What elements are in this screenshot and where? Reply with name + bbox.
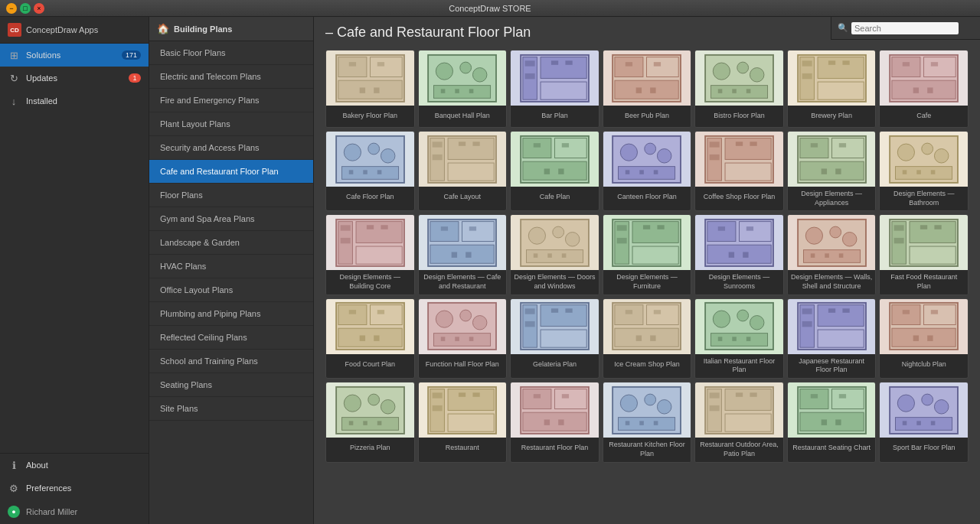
svg-rect-6 [349,62,356,67]
svg-rect-267 [799,389,828,408]
menu-item[interactable]: Plumbing and Piping Plans [149,302,313,326]
search-input[interactable] [851,22,959,34]
minimize-button[interactable]: − [6,3,17,14]
plan-item[interactable]: Design Elements — Bathroom [879,131,969,211]
plan-label: Design Elements — Bathroom [880,187,968,210]
plan-item[interactable]: Function Hall Floor Plan [418,298,508,379]
plan-item[interactable]: Restaurant Floor Plan [510,382,599,462]
plan-item[interactable]: Design Elements — Furniture [603,214,692,295]
plan-thumbnail [603,299,691,354]
plan-thumbnail [419,299,507,354]
svg-rect-165 [910,246,956,264]
plan-item[interactable]: Restaurant Kitchen Floor Plan [603,382,692,462]
plan-item[interactable]: Coffee Shop Floor Plan [694,131,784,211]
sidebar-item-about[interactable]: ℹ About [0,454,149,477]
svg-point-132 [553,226,564,238]
menu-item[interactable]: Plant Layout Plans [149,112,313,136]
plan-item[interactable]: Bakery Floor Plan [325,50,415,128]
menu-item[interactable]: Seating Plans [149,373,313,397]
menu-item[interactable]: Floor Plans [149,184,313,207]
plan-item[interactable]: Fast Food Restaurant Plan [879,214,969,295]
svg-rect-241 [473,392,480,397]
plan-item[interactable]: Bistro Floor Plan [694,50,784,128]
svg-rect-245 [523,412,586,431]
svg-rect-219 [892,305,920,325]
maximize-button[interactable]: □ [20,3,31,14]
svg-rect-95 [710,155,720,160]
plan-item[interactable]: Canteen Floor Plan [603,131,692,211]
updates-label: Updates [26,73,122,83]
plan-item[interactable]: Restaurant Outdoor Area, Patio Plan [694,382,784,462]
plan-item[interactable]: Japanese Restaurant Floor Plan [787,298,877,379]
plan-item[interactable]: Pizzeria Plan [325,382,415,462]
svg-rect-196 [647,305,679,325]
plan-thumbnail [695,215,783,270]
plan-item[interactable]: Design Elements — Building Core [325,214,415,295]
svg-rect-46 [802,60,812,66]
plan-thumbnail [511,382,599,438]
svg-rect-199 [654,310,661,314]
menu-item[interactable]: Office Layout Plans [149,278,313,302]
svg-rect-17 [469,89,474,93]
svg-rect-256 [640,421,645,425]
plan-item[interactable]: Design Elements — Walls, Shell and Struc… [787,214,877,295]
menu-item[interactable]: Gym and Spa Area Plans [149,207,313,231]
menu-item[interactable]: Electric and Telecom Plans [149,65,313,89]
svg-rect-215 [802,321,812,327]
menu-item[interactable]: Fire and Emergency Plans [149,89,313,112]
plan-thumbnail [880,50,968,106]
user-info: ● Richard Miller [0,500,149,524]
svg-rect-217 [842,309,849,314]
plan-item[interactable]: Restaurant [418,382,508,462]
menu-item[interactable]: HVAC Plans [149,255,313,278]
plan-item[interactable]: Design Elements — Doors and Windows [510,214,599,295]
menu-item[interactable]: Site Plans [149,397,313,421]
plan-item[interactable]: Design Elements — Cafe and Restaurant [418,214,508,295]
svg-rect-48 [828,60,835,65]
plan-item[interactable]: Design Elements — Sunrooms [694,214,784,295]
sidebar-item-updates[interactable]: ↻ Updates 1 [0,67,149,90]
svg-rect-28 [647,57,679,76]
sidebar-item-solutions[interactable]: ⊞ Solutions 171 [0,44,149,67]
menu-item[interactable]: School and Training Plans [149,350,313,373]
plan-item[interactable]: Cafe Layout [418,131,508,211]
menu-item[interactable]: Cafe and Restaurant Floor Plan [149,160,313,184]
plan-item[interactable]: Italian Restaurant Floor Plan [694,298,784,379]
plan-label: Design Elements — Walls, Shell and Struc… [788,270,876,294]
svg-rect-281 [931,421,936,425]
plan-item[interactable]: Ice Cream Shop Plan [603,298,692,379]
plan-item[interactable]: Cafe Floor Plan [325,131,415,211]
menu-item[interactable]: Landscape & Garden [149,231,313,255]
menu-item[interactable]: Reflected Ceiling Plans [149,326,313,350]
plan-label: Bistro Floor Plan [695,106,783,127]
plan-item[interactable]: Design Elements — Appliances [787,131,877,211]
svg-rect-264 [736,392,743,397]
svg-rect-223 [931,310,938,314]
svg-rect-80 [544,168,550,174]
plan-item[interactable]: Brewery Plan [787,50,877,128]
menu-item[interactable]: Basic Floor Plans [149,41,313,65]
plan-item[interactable]: Nightclub Plan [879,298,969,379]
plan-item[interactable]: Cafe Plan [510,131,599,211]
plan-item[interactable]: Banquet Hall Plan [418,50,508,128]
plan-item[interactable]: Sport Bar Floor Plan [879,382,969,462]
plan-item[interactable]: Restaurant Seating Chart [787,382,877,462]
svg-point-276 [922,394,933,405]
plan-item[interactable]: Bar Plan [510,50,599,128]
svg-point-204 [737,310,749,321]
menu-item[interactable]: Security and Access Plans [149,136,313,160]
svg-rect-151 [746,226,753,231]
plan-item[interactable]: Beer Pub Plan [603,50,692,128]
middle-panel-header: 🏠 Building Plans [149,17,313,41]
plan-item[interactable]: Gelateria Plan [510,298,599,379]
sidebar-item-installed[interactable]: ↓ Installed [0,90,149,112]
svg-rect-65 [377,170,382,174]
plan-item[interactable]: Cafe [879,50,969,128]
updates-icon: ↻ [8,72,20,84]
plan-item[interactable]: Food Court Plan [325,298,415,379]
svg-rect-208 [732,337,737,342]
svg-rect-99 [799,138,828,158]
svg-rect-188 [541,305,586,327]
sidebar-item-preferences[interactable]: ⚙ Preferences [0,477,149,500]
close-button[interactable]: × [34,3,44,14]
